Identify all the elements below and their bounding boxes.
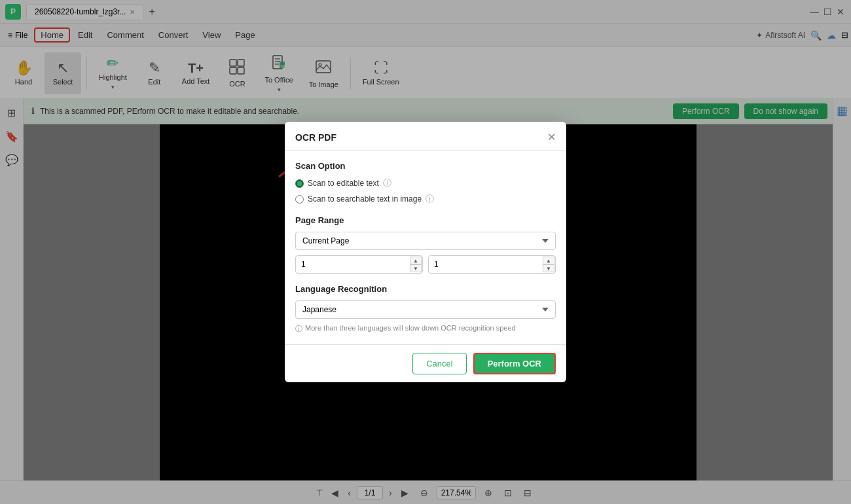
warning-text-content: More than three languages will slow down… xyxy=(305,324,516,332)
scan-editable-info-icon[interactable]: ⓘ xyxy=(383,177,391,189)
range-from-input[interactable] xyxy=(295,255,423,274)
range-to-down-button[interactable]: ▼ xyxy=(543,264,554,272)
dialog-body: Scan Option Scan to editable text ⓘ Scan… xyxy=(285,151,566,344)
range-from-down-button[interactable]: ▼ xyxy=(410,264,422,272)
language-warning: ⓘ More than three languages will slow do… xyxy=(295,324,556,334)
perform-ocr-button[interactable]: Perform OCR xyxy=(473,353,556,374)
range-inputs: ▲ ▼ ▲ ▼ xyxy=(295,255,556,274)
scan-editable-radio[interactable] xyxy=(295,179,304,188)
range-to-spinners: ▲ ▼ xyxy=(543,257,554,272)
dialog-overlay: OCR PDF ✕ Scan Option Scan to editable t… xyxy=(0,0,851,504)
range-from-group: ▲ ▼ xyxy=(295,255,423,274)
range-from-spinners: ▲ ▼ xyxy=(410,257,422,272)
scan-searchable-radio[interactable] xyxy=(295,195,304,204)
page-range-select[interactable]: Current Page All Pages Custom Range xyxy=(295,232,556,250)
scan-searchable-label: Scan to searchable text in image xyxy=(308,194,422,204)
scan-option-label: Scan Option xyxy=(295,161,556,171)
dialog-title: OCR PDF xyxy=(295,132,336,143)
dialog-footer: Cancel Perform OCR xyxy=(285,344,566,382)
ocr-pdf-dialog: OCR PDF ✕ Scan Option Scan to editable t… xyxy=(285,122,566,382)
range-to-input[interactable] xyxy=(428,255,556,274)
language-label: Language Recognition xyxy=(295,284,556,294)
scan-searchable-info-icon[interactable]: ⓘ xyxy=(426,193,434,205)
language-select[interactable]: Japanese English Chinese Korean xyxy=(295,300,556,319)
scan-editable-option[interactable]: Scan to editable text ⓘ xyxy=(295,177,556,189)
dialog-close-button[interactable]: ✕ xyxy=(547,131,556,143)
range-to-group: ▲ ▼ xyxy=(428,255,556,274)
dialog-header: OCR PDF ✕ xyxy=(285,122,566,151)
warning-icon: ⓘ xyxy=(295,324,302,334)
page-range-label: Page Range xyxy=(295,215,556,225)
scan-option-group: Scan to editable text ⓘ Scan to searchab… xyxy=(295,177,556,205)
range-from-up-button[interactable]: ▲ xyxy=(410,257,422,264)
cancel-button[interactable]: Cancel xyxy=(412,353,466,374)
scan-editable-label: Scan to editable text xyxy=(308,179,379,188)
scan-searchable-option[interactable]: Scan to searchable text in image ⓘ xyxy=(295,193,556,205)
range-to-up-button[interactable]: ▲ xyxy=(543,257,554,264)
